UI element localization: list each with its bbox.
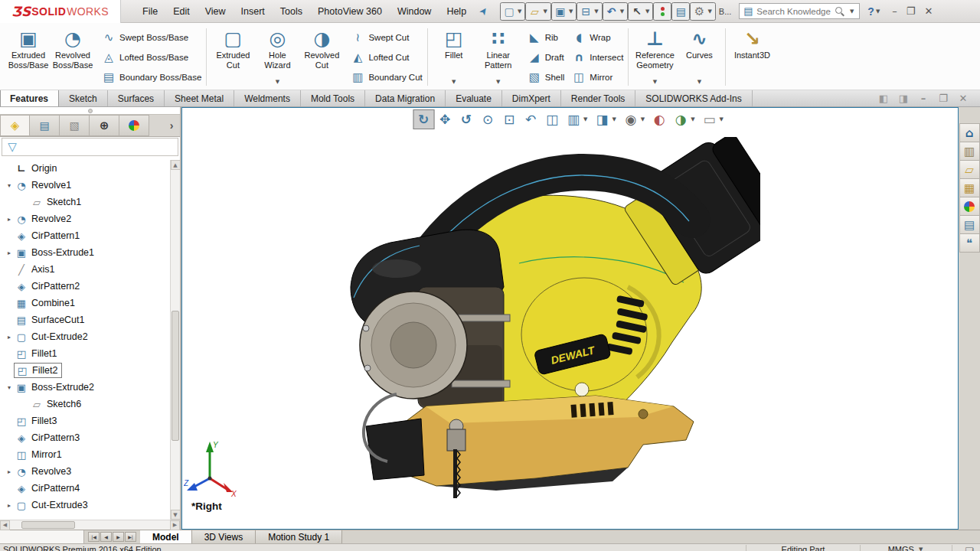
dropdown-arrow-icon[interactable] — [518, 8, 521, 15]
nav-button[interactable] — [113, 532, 124, 542]
ribbon-button[interactable]: Boundary Boss/Base — [100, 68, 204, 86]
panel-tab[interactable] — [119, 115, 149, 136]
doc-control-button[interactable] — [917, 93, 929, 105]
expand-arrow-icon[interactable] — [5, 249, 14, 256]
doc-control-button[interactable] — [877, 93, 890, 105]
panel-splitter-handle[interactable] — [0, 107, 180, 115]
tree-item[interactable]: Fillet3 — [0, 412, 180, 429]
dropdown-arrow-icon[interactable] — [707, 8, 711, 15]
graphics-viewport[interactable]: DEWALT — [181, 107, 959, 530]
study-tab[interactable]: Motion Study 1 — [256, 530, 342, 543]
study-tab[interactable]: 3D Views — [192, 530, 256, 543]
close-window-button[interactable]: ✕ — [924, 5, 933, 17]
doc-control-button[interactable] — [937, 93, 949, 105]
heads-up-button[interactable] — [456, 109, 477, 129]
panel-tab[interactable] — [60, 115, 90, 136]
menu-item[interactable]: Insert — [234, 0, 273, 23]
menu-item[interactable]: Tools — [273, 0, 310, 23]
restore-window-button[interactable]: ❐ — [906, 5, 916, 17]
command-tab[interactable]: Features — [0, 90, 59, 106]
panel-tab-overflow-chevron[interactable]: › — [163, 115, 180, 136]
ribbon-button[interactable]: Extruded Cut — [211, 25, 255, 89]
quick-tool-button[interactable] — [577, 2, 602, 21]
command-tab[interactable]: Mold Tools — [301, 90, 365, 106]
command-tab[interactable]: Sketch — [59, 90, 108, 106]
help-dropdown-icon[interactable] — [876, 8, 880, 15]
task-pane-button[interactable] — [959, 160, 980, 179]
menu-item[interactable]: Help — [439, 0, 474, 23]
ribbon-button[interactable]: Revolved Cut — [299, 25, 344, 89]
expand-arrow-icon[interactable] — [5, 384, 14, 391]
tree-item[interactable]: Boss-Extrude2 — [0, 379, 180, 396]
ribbon-button[interactable]: Shell — [525, 68, 567, 86]
tag-area[interactable] — [952, 545, 975, 551]
task-pane-button[interactable] — [959, 123, 980, 142]
tree-item[interactable]: Cut-Extrude3 — [0, 497, 180, 514]
ribbon-button[interactable]: Boundary Cut — [348, 68, 424, 86]
tree-item[interactable]: CirPattern3 — [0, 429, 180, 446]
model-canvas[interactable]: DEWALT — [343, 137, 760, 508]
panel-tab[interactable] — [90, 115, 119, 136]
ribbon-button[interactable]: Reference Geometry — [632, 25, 677, 89]
ribbon-button[interactable]: Lofted Boss/Base — [100, 48, 204, 66]
tree-item[interactable]: Revolve2 — [0, 210, 180, 227]
heads-up-button[interactable] — [563, 109, 591, 129]
scrollbar-thumb[interactable] — [172, 311, 179, 440]
menu-item[interactable]: Edit — [165, 0, 198, 23]
search-icon[interactable] — [835, 6, 844, 16]
heads-up-button[interactable] — [434, 109, 456, 129]
nav-button[interactable] — [100, 532, 112, 542]
ribbon-button[interactable]: Swept Cut — [348, 28, 424, 46]
command-tab[interactable]: DimXpert — [502, 90, 561, 106]
scroll-right-arrow[interactable]: ▶ — [170, 520, 180, 530]
tree-item[interactable]: Origin — [0, 160, 180, 177]
menu-item[interactable]: PhotoView 360 — [310, 0, 390, 23]
nav-button[interactable] — [125, 532, 136, 542]
ribbon-button[interactable]: Intersect — [570, 48, 626, 66]
heads-up-button[interactable] — [520, 109, 541, 129]
doc-control-button[interactable] — [897, 93, 910, 105]
pin-menu-button[interactable] — [477, 5, 489, 18]
search-dropdown-icon[interactable] — [850, 8, 854, 15]
tree-item[interactable]: Combine1 — [0, 295, 180, 311]
tree-item[interactable]: Axis1 — [0, 261, 180, 278]
ribbon-button[interactable]: Draft — [525, 48, 567, 66]
tree-item[interactable]: Boss-Extrude1 — [0, 244, 180, 261]
command-tab[interactable]: Surfaces — [108, 90, 165, 106]
tree-item[interactable]: SurfaceCut1 — [0, 311, 180, 328]
menu-item[interactable]: View — [198, 0, 234, 23]
heads-up-button[interactable] — [541, 109, 563, 129]
dropdown-arrow-icon[interactable] — [645, 8, 649, 15]
menu-item[interactable]: Window — [390, 0, 439, 23]
tree-item[interactable]: Sketch1 — [0, 194, 180, 210]
heads-up-button[interactable] — [620, 109, 648, 129]
scroll-left-arrow[interactable]: ◀ — [0, 520, 10, 530]
help-button[interactable]: ? — [867, 5, 874, 18]
quick-tool-button[interactable] — [653, 2, 671, 21]
ribbon-button[interactable]: Extruded Boss/Base — [6, 25, 51, 89]
quick-tool-button[interactable] — [628, 2, 653, 21]
tree-item[interactable]: Revolve1 — [0, 177, 180, 194]
tree-horizontal-scrollbar[interactable]: ◀ ▶ — [0, 520, 180, 530]
heads-up-button[interactable] — [413, 109, 434, 129]
heads-up-button[interactable] — [591, 109, 619, 129]
tree-filter-box[interactable] — [2, 138, 178, 156]
command-tab[interactable]: Sheet Metal — [165, 90, 234, 106]
nav-button[interactable] — [88, 532, 100, 542]
tree-item[interactable]: Sketch6 — [0, 396, 180, 412]
expand-arrow-icon[interactable] — [5, 502, 14, 509]
tree-item[interactable]: CirPattern4 — [0, 480, 180, 497]
tree-item[interactable]: Revolve3 — [0, 463, 180, 480]
ribbon-button[interactable]: Fillet — [432, 25, 476, 89]
ribbon-button[interactable]: Swept Boss/Base — [100, 28, 204, 46]
ribbon-button[interactable]: Linear Pattern — [476, 25, 521, 89]
doc-control-button[interactable] — [957, 93, 969, 105]
heads-up-button[interactable] — [498, 109, 520, 129]
command-tab[interactable]: Data Migration — [365, 90, 446, 106]
ribbon-button[interactable]: Instant3D — [730, 25, 774, 89]
command-tab[interactable]: Weldments — [234, 90, 301, 106]
expand-arrow-icon[interactable] — [5, 334, 14, 341]
heads-up-button[interactable] — [477, 109, 498, 129]
menu-item[interactable]: File — [135, 0, 165, 23]
expand-arrow-icon[interactable] — [5, 216, 14, 223]
